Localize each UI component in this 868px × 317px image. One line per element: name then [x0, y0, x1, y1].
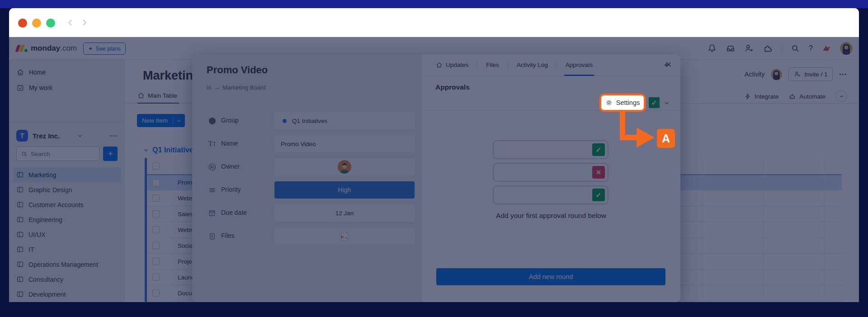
- column-divider: [763, 158, 764, 302]
- board-icon: [16, 201, 24, 208]
- invite-person-icon[interactable]: [744, 43, 754, 53]
- sidebar-board-development[interactable]: Development: [13, 287, 121, 302]
- owner-value[interactable]: [274, 158, 415, 175]
- name-value[interactable]: Promo Video: [274, 135, 415, 152]
- chevron-down-icon: [143, 147, 149, 153]
- sidebar-item-label: My work: [29, 84, 52, 91]
- zoom-window-button[interactable]: [46, 19, 55, 28]
- sidebar: Home My work T Trez Inc. ••• +: [9, 60, 125, 302]
- sidebar-search[interactable]: [16, 147, 99, 161]
- workspace-row[interactable]: T Trez Inc. •••: [13, 128, 121, 144]
- close-icon[interactable]: ×: [665, 59, 671, 71]
- sidebar-board-it[interactable]: IT: [13, 242, 121, 257]
- board-icon: [16, 186, 24, 194]
- workspace-menu-icon[interactable]: •••: [110, 133, 118, 138]
- monday-logo[interactable]: monday.com: [16, 43, 77, 54]
- owner-avatar: [338, 160, 351, 174]
- chevron-down-icon[interactable]: [663, 99, 670, 106]
- collapse-header-button[interactable]: [835, 90, 847, 102]
- group-value[interactable]: Q1 Initiatives: [274, 112, 415, 129]
- board-icon: [16, 275, 24, 283]
- sidebar-divider: [9, 122, 125, 123]
- approve-check-icon: ✓: [592, 143, 605, 156]
- empty-round-illustration: ✓: [493, 140, 609, 159]
- new-item-chevron-icon[interactable]: [173, 118, 185, 123]
- home-icon: [436, 62, 443, 68]
- item-card-panel: × Updates Files Activity Log Approvals +…: [422, 54, 680, 302]
- empty-state-text: Add your first approval round below: [422, 212, 680, 220]
- tab-files[interactable]: Files: [485, 54, 500, 76]
- window-titlebar: [9, 8, 859, 37]
- settings-button[interactable]: Settings: [599, 94, 646, 112]
- sidebar-board-operations[interactable]: Operations Management: [13, 257, 121, 272]
- search-input[interactable]: [31, 151, 80, 157]
- logo-text: monday: [31, 44, 60, 52]
- sidebar-item-label: Home: [29, 69, 46, 76]
- board-icon: [16, 290, 24, 298]
- help-icon[interactable]: ?: [809, 44, 813, 53]
- tab-activity-log[interactable]: Activity Log: [515, 54, 549, 76]
- products-logo-icon[interactable]: [821, 43, 831, 53]
- nav-back-icon[interactable]: [66, 18, 75, 27]
- add-new-round-button[interactable]: Add new round: [436, 268, 665, 285]
- activity-label[interactable]: Activity: [745, 71, 764, 78]
- approval-status-checkbox[interactable]: ✓: [648, 96, 660, 109]
- column-divider: [702, 158, 703, 302]
- sidebar-board-engineering[interactable]: Engineering: [13, 212, 121, 227]
- board-menu-icon[interactable]: •••: [839, 71, 847, 77]
- see-plans-button[interactable]: ✦ See plans: [83, 43, 126, 55]
- notifications-bell-icon[interactable]: [707, 43, 717, 53]
- group-icon: [207, 115, 217, 126]
- sidebar-board-consultancy[interactable]: Consultancy: [13, 272, 121, 287]
- logo-suffix: .com: [60, 44, 77, 52]
- minimize-window-button[interactable]: [32, 19, 41, 28]
- files-value[interactable]: [274, 227, 415, 245]
- apps-puzzle-icon[interactable]: [763, 43, 773, 53]
- sidebar-board-hr[interactable]: HR: [13, 302, 121, 302]
- new-item-button[interactable]: New Item: [137, 114, 185, 127]
- invite-button[interactable]: Invite / 1: [788, 67, 833, 81]
- inbox-icon[interactable]: [726, 43, 736, 53]
- tab-approvals[interactable]: Approvals: [564, 54, 594, 76]
- nav-forward-icon[interactable]: [80, 18, 89, 27]
- file-thumbnail-icon: [340, 231, 349, 241]
- add-board-button[interactable]: +: [103, 147, 118, 161]
- browser-window: monday.com ✦ See plans: [9, 8, 859, 302]
- chevron-down-icon[interactable]: [77, 132, 83, 139]
- automate-button[interactable]: Automate: [788, 93, 826, 100]
- field-row-due-date: 17 Due date 12 Jan: [192, 204, 422, 222]
- sidebar-board-marketing[interactable]: Marketing: [13, 167, 121, 182]
- close-window-button[interactable]: [18, 19, 27, 28]
- user-avatar[interactable]: [840, 42, 853, 55]
- breadcrumb-board-link[interactable]: Marketing Board: [222, 84, 265, 91]
- row-checkbox[interactable]: [152, 210, 160, 218]
- sidebar-item-home[interactable]: Home: [13, 65, 121, 80]
- row-checkbox[interactable]: [152, 179, 160, 186]
- row-checkbox[interactable]: [152, 226, 160, 233]
- search-icon[interactable]: [790, 43, 800, 53]
- field-row-files: Files: [192, 227, 422, 245]
- tab-updates[interactable]: Updates: [434, 54, 470, 76]
- select-all-checkbox[interactable]: [152, 162, 160, 170]
- priority-value-badge[interactable]: High: [274, 181, 415, 199]
- empty-round-illustration: ✓: [493, 185, 609, 204]
- tab-main-table[interactable]: Main Table: [137, 91, 179, 104]
- row-checkbox[interactable]: [152, 274, 160, 281]
- people-icon: [207, 161, 217, 172]
- sidebar-board-graphic-design[interactable]: Graphic Design: [13, 182, 121, 197]
- row-checkbox[interactable]: [152, 289, 160, 297]
- row-checkbox[interactable]: [152, 194, 160, 202]
- integrate-button[interactable]: Integrate: [744, 93, 778, 100]
- row-checkbox[interactable]: [152, 242, 160, 249]
- group-title[interactable]: Q1 Initiatives: [143, 146, 198, 154]
- row-checkbox[interactable]: [152, 258, 160, 265]
- board-icon: [16, 246, 24, 253]
- arrow-right-icon: →: [214, 84, 220, 91]
- due-date-value[interactable]: 12 Jan: [274, 204, 415, 222]
- home-icon: [16, 68, 24, 76]
- sidebar-item-my-work[interactable]: My work: [13, 80, 121, 95]
- activity-avatar[interactable]: [771, 69, 782, 80]
- sidebar-board-customer-accounts[interactable]: Customer Accounts: [13, 197, 121, 212]
- sidebar-board-uiux[interactable]: UI/UX: [13, 227, 121, 242]
- calendar-icon: 17: [207, 208, 217, 218]
